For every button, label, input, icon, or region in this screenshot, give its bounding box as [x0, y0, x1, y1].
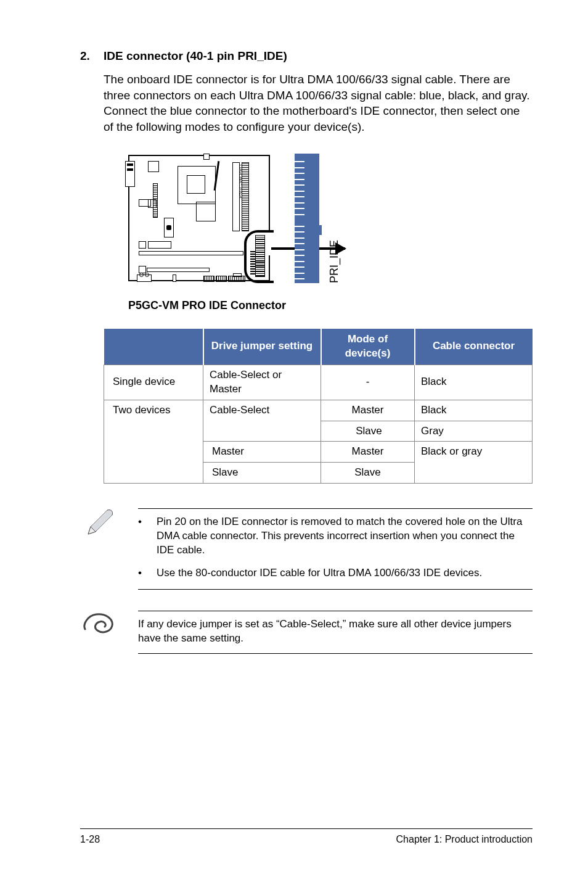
brand-badge-icon — [164, 218, 174, 237]
pencil-icon — [80, 508, 117, 539]
note-text: Use the 80-conductor IDE cable for Ultra… — [157, 566, 482, 580]
cell: Cable-Select — [203, 400, 321, 442]
ide-connector-icon — [295, 154, 319, 283]
motherboard-diagram: P5GC-VM PRO — [128, 154, 533, 283]
cell: Black or gray — [415, 442, 533, 484]
diagram-caption: P5GC-VM PRO IDE Connector — [128, 298, 533, 313]
cell: Slave — [321, 463, 415, 484]
bullet-icon: • — [138, 566, 142, 580]
cell: Master — [321, 442, 415, 463]
th-cable: Cable connector — [415, 329, 533, 365]
th-blank — [104, 329, 203, 365]
cell: Slave — [321, 421, 415, 442]
board-model-label: P5GC-VM PRO — [238, 165, 243, 199]
section-heading: 2. IDE connector (40-1 pin PRI_IDE) — [80, 49, 533, 63]
table-row: Two devices Cable-Select Master Black — [104, 400, 533, 421]
cell: Master — [203, 442, 321, 463]
th-mode: Mode of device(s) — [321, 329, 415, 365]
cell: Two devices — [104, 400, 203, 484]
heading-title: IDE connector (40-1 pin PRI_IDE) — [104, 49, 287, 63]
cell: Gray — [415, 421, 533, 442]
table-row: Single device Cable-Select or Master - B… — [104, 365, 533, 400]
note-box-tips: • Pin 20 on the IDE connector is removed… — [80, 508, 533, 590]
cell: - — [321, 365, 415, 400]
heading-number: 2. — [80, 49, 104, 63]
page-number: 1-28 — [80, 834, 100, 845]
board-outline: P5GC-VM PRO — [128, 155, 270, 281]
cell: Black — [415, 365, 533, 400]
note-text: If any device jumper is set as “Cable-Se… — [138, 617, 533, 646]
intro-paragraph: The onboard IDE connector is for Ultra D… — [104, 72, 533, 135]
cell: Single device — [104, 365, 203, 400]
note-text: Pin 20 on the IDE connector is removed t… — [157, 515, 533, 558]
bullet-icon: • — [138, 515, 142, 558]
cell: Master — [321, 400, 415, 421]
paperclip-icon — [80, 611, 117, 639]
cpu-socket-icon — [178, 166, 216, 204]
page-footer: 1-28 Chapter 1: Product introduction — [80, 828, 533, 845]
cell: Black — [415, 400, 533, 421]
connector-pin-label: PRI_IDE — [327, 236, 341, 283]
ide-location-highlight-icon — [244, 230, 274, 283]
chapter-label: Chapter 1: Product introduction — [396, 834, 533, 845]
cell: Cable-Select or Master — [203, 365, 321, 400]
cell: Slave — [203, 463, 321, 484]
th-jumper: Drive jumper setting — [203, 329, 321, 365]
jumper-settings-table: Drive jumper setting Mode of device(s) C… — [104, 329, 533, 484]
note-box-warning: If any device jumper is set as “Cable-Se… — [80, 611, 533, 654]
